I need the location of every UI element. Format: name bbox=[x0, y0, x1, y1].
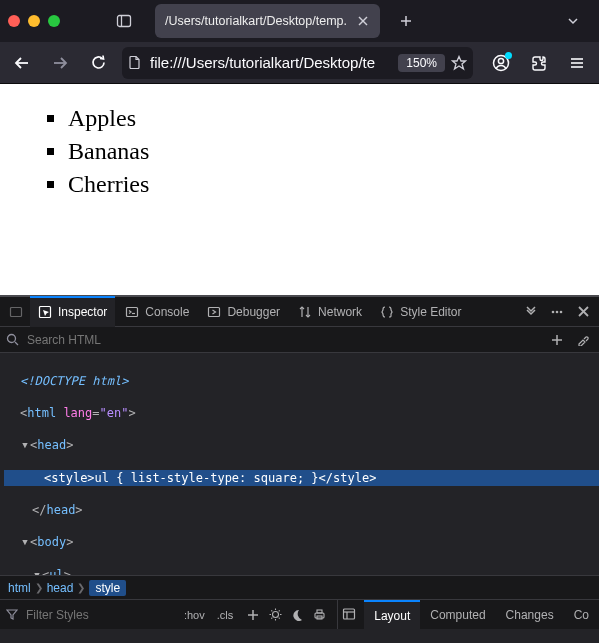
window-maximize-button[interactable] bbox=[48, 15, 60, 27]
tab-label: Style Editor bbox=[400, 305, 461, 319]
rules-content bbox=[0, 629, 599, 643]
search-icon bbox=[6, 333, 19, 346]
url-bar[interactable]: file:///Users/tutorialkart/Desktop/te 15… bbox=[122, 47, 473, 79]
tab-inspector[interactable]: Inspector bbox=[30, 296, 115, 327]
sidebar-toggle-button[interactable] bbox=[111, 8, 137, 34]
list-item: Cherries bbox=[68, 168, 577, 201]
window-minimize-button[interactable] bbox=[28, 15, 40, 27]
chevron-right-icon: ❯ bbox=[77, 582, 85, 593]
print-sim-button[interactable] bbox=[311, 607, 327, 623]
svg-rect-45 bbox=[344, 609, 355, 619]
tab-debugger[interactable]: Debugger bbox=[199, 297, 288, 327]
svg-rect-43 bbox=[317, 610, 322, 613]
chevron-right-icon: ❯ bbox=[35, 582, 43, 593]
search-html-input[interactable] bbox=[25, 332, 541, 348]
tab-label: Inspector bbox=[58, 305, 107, 319]
devtools-panel: Inspector Console Debugger Network Style… bbox=[0, 295, 599, 643]
forward-button[interactable] bbox=[46, 49, 74, 77]
tab-label: Network bbox=[318, 305, 362, 319]
add-element-button[interactable] bbox=[547, 330, 567, 350]
bookmark-star-icon[interactable] bbox=[451, 55, 467, 71]
notification-dot-icon bbox=[505, 52, 512, 59]
window-controls bbox=[8, 15, 60, 27]
iframe-picker-button[interactable] bbox=[4, 300, 28, 324]
style-editor-icon bbox=[380, 305, 394, 319]
back-button[interactable] bbox=[8, 49, 36, 77]
devtools-tabbar: Inspector Console Debugger Network Style… bbox=[0, 297, 599, 327]
svg-point-10 bbox=[498, 58, 503, 63]
svg-line-40 bbox=[278, 610, 279, 611]
browser-toolbar: file:///Users/tutorialkart/Desktop/te 15… bbox=[0, 42, 599, 84]
selected-node[interactable]: <style>ul { list-style-type: square; }</… bbox=[4, 470, 599, 486]
breadcrumb: html ❯ head ❯ style bbox=[0, 575, 599, 599]
svg-line-27 bbox=[15, 342, 18, 345]
network-icon bbox=[298, 305, 312, 319]
svg-point-33 bbox=[272, 612, 278, 618]
tab-title: /Users/tutorialkart/Desktop/temp.ht bbox=[165, 14, 346, 28]
list-item: Bananas bbox=[68, 135, 577, 168]
add-rule-button[interactable] bbox=[245, 607, 261, 623]
zoom-badge[interactable]: 150 bbox=[398, 54, 445, 72]
page-list: Apples Bananas Cherries bbox=[22, 102, 577, 201]
rules-toolbar: :hov .cls Layout Computed Changes Co bbox=[0, 599, 599, 629]
devtools-close-button[interactable] bbox=[571, 300, 595, 324]
dark-scheme-button[interactable] bbox=[289, 607, 305, 623]
reload-button[interactable] bbox=[84, 49, 112, 77]
svg-point-26 bbox=[8, 335, 16, 343]
doctype-node[interactable]: <!DOCTYPE html> bbox=[20, 374, 128, 388]
svg-point-23 bbox=[560, 310, 563, 313]
url-text: file:///Users/tutorialkart/Desktop/te bbox=[150, 54, 392, 71]
eyedropper-button[interactable] bbox=[573, 330, 593, 350]
svg-rect-18 bbox=[209, 307, 220, 316]
devtools-menu-button[interactable] bbox=[545, 300, 569, 324]
tab-close-button[interactable] bbox=[354, 12, 372, 30]
cls-toggle[interactable]: .cls bbox=[213, 609, 238, 621]
sidetab-compat[interactable]: Co bbox=[564, 600, 599, 629]
svg-line-41 bbox=[271, 618, 272, 619]
tabs-dropdown-button[interactable] bbox=[559, 7, 587, 35]
light-scheme-button[interactable] bbox=[267, 607, 283, 623]
tab-label: Debugger bbox=[227, 305, 280, 319]
svg-line-38 bbox=[271, 610, 272, 611]
console-icon bbox=[125, 305, 139, 319]
devtools-search-bar bbox=[0, 327, 599, 353]
debugger-icon bbox=[207, 305, 221, 319]
tab-console[interactable]: Console bbox=[117, 297, 197, 327]
layout-pane-icon[interactable] bbox=[342, 607, 358, 623]
sidetab-layout[interactable]: Layout bbox=[364, 600, 420, 629]
breadcrumb-item[interactable]: html bbox=[8, 581, 31, 595]
app-menu-button[interactable] bbox=[563, 49, 591, 77]
sidetab-changes[interactable]: Changes bbox=[496, 600, 564, 629]
markup-view[interactable]: <!DOCTYPE html> <html lang="en"> ▼<head>… bbox=[0, 353, 599, 575]
svg-rect-0 bbox=[118, 16, 131, 27]
page-content: Apples Bananas Cherries bbox=[0, 84, 599, 295]
new-tab-button[interactable] bbox=[392, 7, 420, 35]
breadcrumb-item-current[interactable]: style bbox=[89, 580, 126, 596]
account-button[interactable] bbox=[487, 49, 515, 77]
tab-network[interactable]: Network bbox=[290, 297, 370, 327]
filter-icon bbox=[6, 608, 20, 622]
browser-tab[interactable]: /Users/tutorialkart/Desktop/temp.ht bbox=[155, 4, 380, 38]
svg-rect-14 bbox=[11, 307, 22, 316]
breadcrumb-item[interactable]: head bbox=[47, 581, 74, 595]
svg-point-21 bbox=[552, 310, 555, 313]
window-close-button[interactable] bbox=[8, 15, 20, 27]
svg-point-22 bbox=[556, 310, 559, 313]
tab-label: Console bbox=[145, 305, 189, 319]
file-icon bbox=[128, 55, 144, 71]
svg-marker-8 bbox=[453, 56, 466, 69]
sidetab-computed[interactable]: Computed bbox=[420, 600, 495, 629]
inspector-icon bbox=[38, 305, 52, 319]
more-tabs-button[interactable] bbox=[519, 300, 543, 324]
list-item: Apples bbox=[68, 102, 577, 135]
window-titlebar: /Users/tutorialkart/Desktop/temp.ht bbox=[0, 0, 599, 42]
svg-marker-30 bbox=[7, 610, 17, 619]
tab-style-editor[interactable]: Style Editor bbox=[372, 297, 469, 327]
filter-styles-input[interactable] bbox=[24, 607, 176, 623]
svg-line-39 bbox=[278, 618, 279, 619]
pseudo-hov-toggle[interactable]: :hov bbox=[180, 609, 209, 621]
extensions-button[interactable] bbox=[525, 49, 553, 77]
